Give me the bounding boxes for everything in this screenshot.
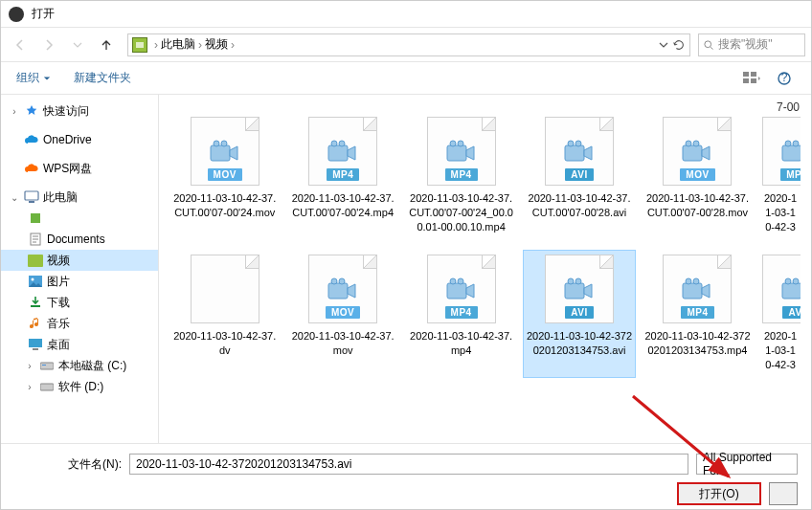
download-icon	[28, 295, 43, 310]
file-item[interactable]: MOV 2020-11-03-10-42-37.CUT.00'07-00'24.…	[169, 112, 281, 240]
file-item[interactable]: MP4 2020-11-03-10-42-3720201203134753.mp…	[642, 250, 754, 378]
svg-text:?: ?	[781, 72, 788, 84]
toolbar: 组织 新建文件夹 ?	[1, 62, 811, 95]
file-item[interactable]: MP4 2020-11-03-10-42-37.CUT.00'07-00'24.…	[286, 112, 398, 240]
disk-icon	[39, 379, 55, 394]
sidebar-onedrive[interactable]: OneDrive	[1, 129, 158, 150]
open-button[interactable]: 打开(O)	[677, 482, 761, 505]
svg-rect-29	[565, 145, 584, 161]
svg-rect-0	[136, 42, 144, 48]
file-item[interactable]: MP4 2020-11-03-10-42-37.mp4	[405, 250, 517, 378]
svg-rect-18	[42, 365, 46, 366]
window-title: 打开	[32, 6, 55, 22]
sidebar-item-music[interactable]: 音乐	[1, 313, 158, 334]
recent-dropdown[interactable]	[64, 33, 91, 56]
arrow-right-icon	[41, 37, 56, 53]
breadcrumb-sep: ›	[198, 38, 202, 52]
bottom-panel: 文件名(N): All Supported For 打开(O)	[1, 443, 811, 510]
file-item[interactable]: MOV 2020-11-03-10-42-37.CUT.00'07-00'28.…	[642, 112, 754, 240]
svg-point-46	[575, 278, 581, 284]
file-thumbnail: MOV	[308, 255, 377, 323]
star-icon	[24, 103, 39, 119]
format-badge: MP4	[445, 168, 478, 181]
desktop-icon	[28, 337, 43, 352]
document-icon	[28, 232, 43, 247]
file-item[interactable]: AVI 2020-11-03-10-42-37202012031347	[759, 250, 801, 378]
disk-icon	[39, 358, 55, 373]
svg-point-49	[693, 278, 699, 284]
file-item[interactable]: MP4 2020-11-03-10-42-37.CUT.00'07-00	[759, 112, 801, 240]
svg-point-13	[32, 278, 34, 281]
svg-point-25	[339, 141, 345, 146]
cancel-button[interactable]	[769, 482, 798, 505]
sidebar-item-3d[interactable]	[1, 208, 158, 229]
nav-bar: › 此电脑 › 视频 › 搜索"视频"	[1, 28, 811, 62]
sidebar-this-pc[interactable]: ⌄ 此电脑	[1, 187, 158, 208]
svg-point-24	[331, 141, 337, 146]
sidebar-item-downloads[interactable]: 下载	[1, 292, 158, 313]
sidebar-quick-access[interactable]: › 快速访问	[1, 100, 158, 122]
svg-point-51	[785, 278, 791, 284]
view-options-button[interactable]	[740, 69, 763, 88]
format-badge: MP4	[445, 306, 478, 319]
sidebar-item-disk-d[interactable]: › 软件 (D:)	[1, 376, 158, 397]
svg-rect-32	[683, 145, 702, 161]
svg-point-37	[793, 141, 799, 146]
file-thumbnail: MP4	[427, 117, 496, 186]
file-item[interactable]: MOV 2020-11-03-10-42-37.mov	[286, 250, 398, 378]
format-badge: MP4	[327, 168, 359, 181]
chevron-down-icon[interactable]	[659, 40, 668, 50]
file-thumbnail	[191, 255, 259, 323]
file-thumbnail: MP4	[762, 117, 801, 186]
sidebar-item-videos[interactable]: 视频	[1, 250, 158, 271]
file-thumbnail: AVI	[545, 117, 614, 186]
file-name: 2020-11-03-10-42-37.CUT.00'07-00'24.mp4	[289, 191, 395, 220]
svg-rect-44	[565, 283, 584, 299]
file-item[interactable]: AVI 2020-11-03-10-42-37.CUT.00'07-00'28.…	[523, 112, 635, 240]
svg-rect-19	[40, 384, 54, 390]
forward-button[interactable]	[35, 33, 62, 56]
breadcrumb-root[interactable]: 此电脑	[161, 36, 195, 53]
file-name: 2020-11-03-10-42-37.CUT.00'07-00'24.mov	[171, 191, 278, 220]
up-button[interactable]	[93, 33, 120, 56]
svg-rect-41	[447, 283, 466, 299]
back-button[interactable]	[7, 33, 34, 56]
file-item[interactable]: MP4 2020-11-03-10-42-37.CUT.00'07-00'24_…	[405, 112, 517, 240]
svg-rect-9	[29, 201, 34, 203]
breadcrumb-folder[interactable]: 视频	[205, 36, 228, 53]
file-type-filter[interactable]: All Supported For	[696, 454, 798, 475]
svg-point-33	[686, 141, 691, 146]
object-icon	[28, 211, 43, 226]
svg-rect-14	[31, 305, 40, 307]
file-item[interactable]: AVI 2020-11-03-10-42-3720201203134753.av…	[523, 250, 635, 378]
search-icon	[703, 39, 714, 51]
file-list[interactable]: 7-00 MOV 2020-11-03-10-42-37.CUT.00'07-0…	[159, 95, 811, 443]
svg-point-42	[450, 278, 456, 284]
svg-point-28	[458, 141, 463, 146]
new-folder-button[interactable]: 新建文件夹	[74, 70, 131, 86]
search-input[interactable]: 搜索"视频"	[698, 33, 805, 56]
address-bar[interactable]: › 此电脑 › 视频 ›	[127, 33, 690, 56]
svg-point-48	[686, 278, 691, 284]
file-thumbnail: MP4	[308, 117, 377, 186]
breadcrumb-sep: ›	[231, 38, 235, 52]
refresh-icon[interactable]	[672, 38, 686, 52]
svg-point-31	[575, 141, 581, 146]
format-badge: MOV	[680, 168, 714, 181]
organize-menu[interactable]: 组织	[16, 70, 51, 86]
sidebar-item-desktop[interactable]: 桌面	[1, 334, 158, 355]
sidebar-wps[interactable]: WPS网盘	[1, 158, 158, 179]
format-badge: MOV	[208, 168, 242, 181]
svg-rect-47	[683, 283, 702, 299]
format-badge: MOV	[326, 306, 360, 319]
sidebar-item-disk-c[interactable]: › 本地磁盘 (C:)	[1, 355, 158, 376]
file-thumbnail: MOV	[663, 117, 732, 186]
svg-rect-16	[33, 348, 38, 350]
sidebar-item-documents[interactable]: Documents	[1, 229, 158, 250]
cloud-icon	[24, 161, 39, 176]
svg-rect-20	[211, 145, 230, 161]
sidebar-item-pictures[interactable]: 图片	[1, 271, 158, 292]
file-item[interactable]: 2020-11-03-10-42-37.dv	[169, 250, 281, 378]
filename-input[interactable]	[129, 454, 688, 475]
help-button[interactable]: ?	[773, 69, 796, 88]
